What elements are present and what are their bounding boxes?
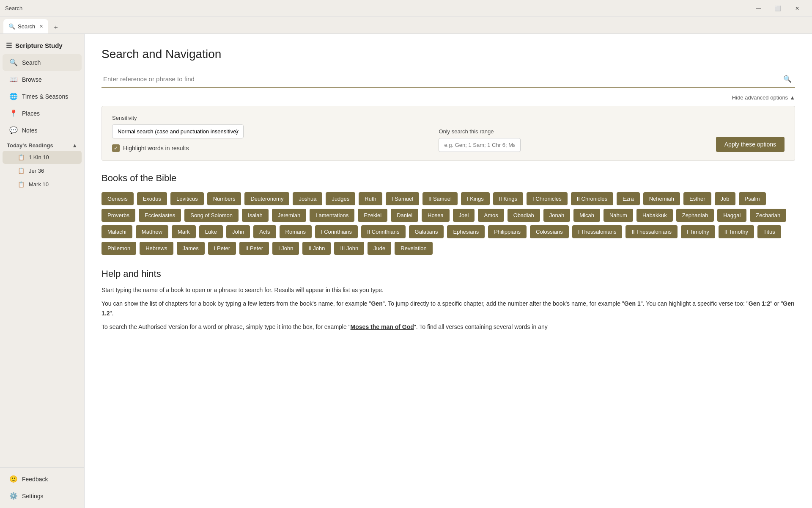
book-btn-james[interactable]: James: [177, 242, 205, 255]
book-btn-i-corinthians[interactable]: I Corinthians: [315, 225, 358, 238]
book-btn-jonah[interactable]: Jonah: [543, 209, 570, 222]
book-btn-lamentations[interactable]: Lamentations: [310, 209, 354, 222]
book-btn-ii-peter[interactable]: II Peter: [239, 242, 269, 255]
range-input[interactable]: [439, 138, 521, 152]
book-btn-daniel[interactable]: Daniel: [391, 209, 418, 222]
today-readings-section[interactable]: Today's Readings▲: [0, 139, 84, 150]
sidebar-nav: 🔍 Search📖 Browse🌐 Times & Seasons📍 Place…: [0, 54, 84, 467]
book-btn-matthew[interactable]: Matthew: [136, 225, 168, 238]
book-btn-i-timothy[interactable]: I Timothy: [681, 225, 715, 238]
book-btn-ii-timothy[interactable]: II Timothy: [719, 225, 754, 238]
book-btn-ephesians[interactable]: Ephesians: [447, 225, 485, 238]
highlight-label[interactable]: Highlight words in results: [123, 145, 189, 152]
book-btn-i-thessalonians[interactable]: I Thessalonians: [572, 225, 623, 238]
book-btn-job[interactable]: Job: [715, 192, 735, 205]
book-btn-malachi[interactable]: Malachi: [102, 225, 132, 238]
book-btn-leviticus[interactable]: Leviticus: [170, 192, 204, 205]
search-input[interactable]: [102, 71, 780, 87]
book-btn-ezra[interactable]: Ezra: [617, 192, 640, 205]
titlebar-controls: — ⬜ ✕: [749, 0, 807, 17]
book-btn-ii-kings[interactable]: II Kings: [493, 192, 523, 205]
book-btn-ii-samuel[interactable]: II Samuel: [422, 192, 458, 205]
hamburger-icon[interactable]: ☰: [6, 41, 12, 50]
book-btn-ruth[interactable]: Ruth: [359, 192, 382, 205]
sidebar-item-feedback-label: Feedback: [22, 476, 48, 483]
book-btn-ii-john[interactable]: II John: [302, 242, 331, 255]
book-btn-i-peter[interactable]: I Peter: [208, 242, 236, 255]
book-btn-jeremiah[interactable]: Jeremiah: [272, 209, 306, 222]
book-btn-amos[interactable]: Amos: [478, 209, 504, 222]
book-btn-genesis[interactable]: Genesis: [102, 192, 134, 205]
book-btn-zechariah[interactable]: Zechariah: [750, 209, 786, 222]
maximize-button[interactable]: ⬜: [768, 0, 787, 17]
close-button[interactable]: ✕: [787, 0, 807, 17]
book-btn-colossians[interactable]: Colossians: [530, 225, 569, 238]
book-btn-haggai[interactable]: Haggai: [717, 209, 746, 222]
search-tab[interactable]: 🔍 Search ✕: [3, 19, 48, 33]
hide-advanced-button[interactable]: Hide advanced options ▲: [732, 94, 795, 101]
book-btn-luke[interactable]: Luke: [199, 225, 223, 238]
new-tab-button[interactable]: +: [50, 22, 62, 33]
book-btn-acts[interactable]: Acts: [253, 225, 276, 238]
book-btn-revelation[interactable]: Revelation: [395, 242, 432, 255]
help-p2-mid1: ". To jump directly to a specific chapte…: [383, 300, 624, 307]
book-btn-ezekiel[interactable]: Ezekiel: [358, 209, 387, 222]
books-section-title: Books of the Bible: [102, 173, 795, 184]
jer36-icon: 📋: [18, 168, 25, 174]
sidebar-item-search[interactable]: 🔍 Search: [3, 54, 82, 71]
book-btn-psalm[interactable]: Psalm: [739, 192, 766, 205]
book-btn-i-john[interactable]: I John: [272, 242, 299, 255]
book-btn-iii-john[interactable]: III John: [334, 242, 364, 255]
apply-options-button[interactable]: Apply these options: [716, 137, 785, 152]
minimize-button[interactable]: —: [749, 0, 768, 17]
sidebar-item-browse[interactable]: 📖 Browse: [3, 71, 82, 88]
book-btn-titus[interactable]: Titus: [757, 225, 781, 238]
book-btn-obadiah[interactable]: Obadiah: [508, 209, 540, 222]
sensitivity-select[interactable]: Normal search (case and punctuation inse…: [112, 124, 244, 138]
book-btn-isaiah[interactable]: Isaiah: [242, 209, 269, 222]
sidebar-item-notes[interactable]: 💬 Notes: [3, 122, 82, 138]
book-btn-ecclesiastes[interactable]: Ecclesiastes: [139, 209, 181, 222]
sidebar-item-times-seasons[interactable]: 🌐 Times & Seasons: [3, 88, 82, 105]
times-seasons-icon: 🌐: [9, 92, 18, 100]
book-btn-jude[interactable]: Jude: [368, 242, 391, 255]
book-btn-ii-thessalonians[interactable]: II Thessalonians: [625, 225, 677, 238]
book-btn-micah[interactable]: Micah: [573, 209, 600, 222]
book-btn-i-samuel[interactable]: I Samuel: [386, 192, 419, 205]
book-btn-ii-corinthians[interactable]: II Corinthians: [361, 225, 406, 238]
tab-close-button[interactable]: ✕: [39, 24, 43, 29]
book-btn-galatians[interactable]: Galatians: [409, 225, 444, 238]
book-btn-deuteronomy[interactable]: Deuteronomy: [244, 192, 289, 205]
book-btn-mark[interactable]: Mark: [172, 225, 196, 238]
sidebar-sub-item-mark10[interactable]: 📋 Mark 10: [3, 178, 82, 191]
book-btn-romans[interactable]: Romans: [280, 225, 312, 238]
highlight-checkbox[interactable]: ✓: [112, 144, 120, 152]
book-btn-esther[interactable]: Esther: [683, 192, 711, 205]
sidebar-sub-item-jer36[interactable]: 📋 Jer 36: [3, 164, 82, 177]
book-btn-i-kings[interactable]: I Kings: [461, 192, 490, 205]
sidebar-item-feedback[interactable]: 🙂 Feedback: [3, 471, 82, 487]
book-btn-song-of-solomon[interactable]: Song of Solomon: [184, 209, 239, 222]
book-btn-i-chronicles[interactable]: I Chronicles: [527, 192, 568, 205]
sidebar-item-settings[interactable]: ⚙️ Settings: [3, 488, 82, 504]
book-btn-philemon[interactable]: Philemon: [102, 242, 136, 255]
book-btn-nehemiah[interactable]: Nehemiah: [643, 192, 680, 205]
book-btn-ii-chronicles[interactable]: II Chronicles: [571, 192, 613, 205]
book-btn-john[interactable]: John: [226, 225, 250, 238]
sidebar-sub-item-1kin10[interactable]: 📋 1 Kin 10: [3, 151, 82, 164]
book-btn-habakkuk[interactable]: Habakkuk: [636, 209, 673, 222]
book-btn-hebrews[interactable]: Hebrews: [140, 242, 173, 255]
book-btn-numbers[interactable]: Numbers: [207, 192, 241, 205]
book-btn-joel[interactable]: Joel: [453, 209, 475, 222]
book-btn-judges[interactable]: Judges: [326, 192, 355, 205]
mark10-icon: 📋: [18, 181, 25, 188]
book-btn-nahum[interactable]: Nahum: [604, 209, 633, 222]
book-btn-zephaniah[interactable]: Zephaniah: [676, 209, 714, 222]
book-btn-hosea[interactable]: Hosea: [422, 209, 450, 222]
book-btn-exodus[interactable]: Exodus: [137, 192, 167, 205]
book-btn-proverbs[interactable]: Proverbs: [102, 209, 135, 222]
book-btn-philippians[interactable]: Philippians: [488, 225, 527, 238]
sidebar-item-places[interactable]: 📍 Places: [3, 105, 82, 121]
book-btn-joshua[interactable]: Joshua: [293, 192, 322, 205]
help-title: Help and hints: [102, 268, 795, 279]
